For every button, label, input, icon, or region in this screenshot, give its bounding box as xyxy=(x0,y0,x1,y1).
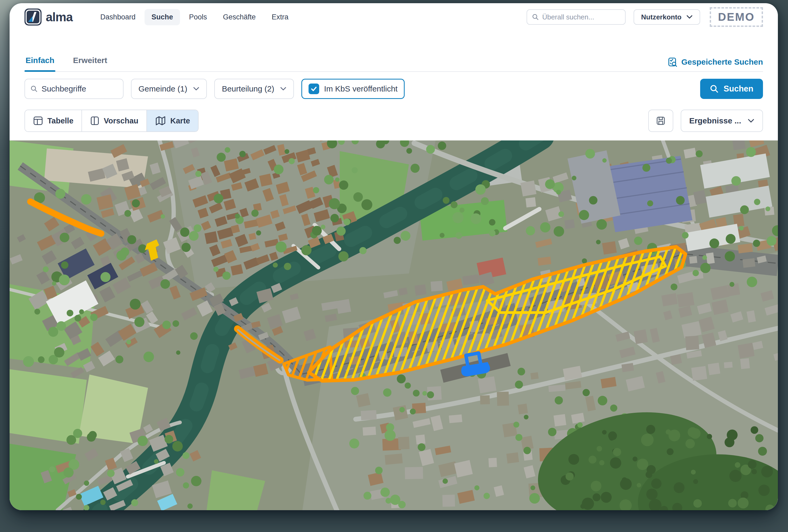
global-search[interactable] xyxy=(527,9,626,25)
nav-item-dashboard[interactable]: Dashboard xyxy=(94,9,142,25)
tab-einfach[interactable]: Einfach xyxy=(24,56,55,71)
map-view[interactable] xyxy=(9,140,778,510)
demo-badge: DEMO xyxy=(710,7,763,27)
view-option-tabelle[interactable]: Tabelle xyxy=(25,110,82,131)
account-menu-button[interactable]: Nutzerkonto xyxy=(634,9,700,25)
search-button-label: Suchen xyxy=(724,84,753,94)
search-icon xyxy=(532,13,539,21)
search-mode-tabs: Einfach Erweitert Gespeicherte Suchen xyxy=(24,51,763,72)
view-toolbar: Tabelle Vorschau Karte xyxy=(24,109,763,132)
nav-item-extra[interactable]: Extra xyxy=(265,9,296,25)
map-icon xyxy=(155,116,166,126)
chevron-down-icon xyxy=(686,15,693,19)
search-icon xyxy=(710,84,719,94)
view-option-karte[interactable]: Karte xyxy=(147,110,198,131)
gemeinde-dropdown-label: Gemeinde (1) xyxy=(138,84,187,94)
beurteilung-dropdown[interactable]: Beurteilung (2) xyxy=(214,79,294,99)
filter-bar: Gemeinde (1) Beurteilung (2) Im KbS verö… xyxy=(24,79,763,99)
chevron-down-icon xyxy=(748,119,754,123)
tab-erweitert[interactable]: Erweitert xyxy=(72,56,108,71)
account-label: Nutzerkonto xyxy=(641,13,682,21)
view-toggle: Tabelle Vorschau Karte xyxy=(24,109,199,132)
results-dropdown-label: Ergebnisse ... xyxy=(689,116,741,125)
chevron-down-icon xyxy=(193,87,199,91)
brand-name: alma xyxy=(46,10,73,24)
save-icon xyxy=(655,115,666,126)
alma-logo-icon xyxy=(24,8,41,25)
view-option-label: Tabelle xyxy=(47,117,74,125)
nav-item-geschaefte[interactable]: Geschäfte xyxy=(216,9,263,25)
global-search-input[interactable] xyxy=(542,13,620,21)
keywords-field[interactable] xyxy=(24,79,123,99)
chevron-down-icon xyxy=(280,87,287,91)
header: alma Dashboard Suche Pools Geschäfte Ext… xyxy=(9,3,778,31)
view-option-vorschau[interactable]: Vorschau xyxy=(82,110,147,131)
table-icon xyxy=(33,116,43,126)
search-button[interactable]: Suchen xyxy=(700,79,763,99)
view-option-label: Karte xyxy=(170,117,190,125)
view-option-label: Vorschau xyxy=(104,117,138,125)
nav-item-suche[interactable]: Suche xyxy=(144,9,180,25)
saved-searches-link[interactable]: Gespeicherte Suchen xyxy=(667,57,763,71)
gemeinde-dropdown[interactable]: Gemeinde (1) xyxy=(131,79,207,99)
saved-searches-label: Gespeicherte Suchen xyxy=(681,58,763,66)
kbs-published-label: Im KbS veröffentlicht xyxy=(324,84,397,94)
checkbox-checked[interactable] xyxy=(309,83,319,94)
nav-item-pools[interactable]: Pools xyxy=(182,9,214,25)
kbs-published-toggle[interactable]: Im KbS veröffentlicht xyxy=(301,79,405,99)
main-nav: Dashboard Suche Pools Geschäfte Extra xyxy=(94,9,296,25)
save-view-button[interactable] xyxy=(648,109,673,132)
checkmark-icon xyxy=(310,85,318,93)
app-window: alma Dashboard Suche Pools Geschäfte Ext… xyxy=(9,3,778,510)
split-view-icon xyxy=(90,116,100,126)
beurteilung-dropdown-label: Beurteilung (2) xyxy=(222,84,274,94)
search-icon xyxy=(31,85,38,93)
results-dropdown[interactable]: Ergebnisse ... xyxy=(681,109,763,132)
satellite-map[interactable] xyxy=(9,140,778,510)
saved-searches-icon xyxy=(667,57,677,67)
keywords-input[interactable] xyxy=(41,84,118,94)
